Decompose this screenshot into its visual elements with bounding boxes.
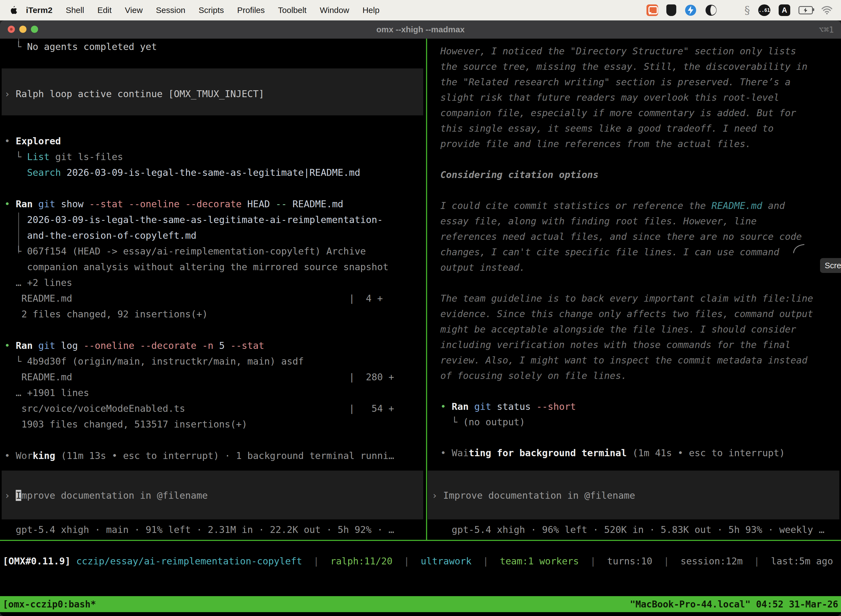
battery-icon[interactable] <box>799 6 813 14</box>
right-model-status: gpt-5.4 xhigh · 96% left · 520K in · 5.8… <box>440 522 825 537</box>
terminal-line: I could cite commit statistics or refere… <box>440 198 785 213</box>
terminal-line: this single essay, it seems like a good … <box>440 121 774 136</box>
terminal-line: companion file, especially if more comme… <box>440 106 796 120</box>
dots-grid-icon[interactable] <box>725 5 736 16</box>
shield-grid-icon[interactable] <box>666 4 676 16</box>
menu-items: iTerm2ShellEditViewSessionScriptsProfile… <box>18 6 386 15</box>
left-input-text: › Improve documentation in @filename <box>4 488 208 503</box>
terminal-line: and-the-erosion-of-copyleft.md <box>4 228 196 243</box>
iterm2-window: omx --xhigh --madmax ⌥⌘1 └ No agents com… <box>0 21 841 616</box>
menu-item-edit[interactable]: Edit <box>91 6 119 15</box>
terminal-line: the "Related research writing" section i… <box>440 75 791 89</box>
terminal-line: The team guideline is to back every impo… <box>440 291 813 306</box>
terminal-line: Considering citation options <box>440 167 598 182</box>
terminal-line: references need actual files, and since … <box>440 229 802 244</box>
pie-icon[interactable] <box>705 4 717 16</box>
terminal-line: • Waiting for background terminal (1m 41… <box>440 446 785 461</box>
terminal-line: 1903 files changed, 513517 insertions(+) <box>4 417 247 432</box>
terminal-line: └ 067f154 (HEAD -> essay/ai-reimplementa… <box>4 244 366 259</box>
cursor-arc <box>793 243 805 253</box>
terminal-line: might be acceptable alongside the file l… <box>440 322 796 337</box>
terminal-line: • Ran git status --short <box>440 399 576 414</box>
terminal-line: output instead. <box>440 260 525 275</box>
terminal-line: … +2 lines <box>4 275 72 290</box>
terminal-line: companion analysis without altering the … <box>4 260 388 274</box>
terminal-line: 2026-03-09-is-legal-the-same-as-legitima… <box>4 212 383 227</box>
omx-status-line: [OMX#0.11.9] cczip/essay/ai-reimplementa… <box>3 554 833 569</box>
squiggle-icon[interactable]: § <box>744 4 750 16</box>
terminal-line: essay file, along with finding root file… <box>440 214 757 229</box>
screen-share-button[interactable]: Scre <box>820 258 841 273</box>
terminal-line: └ (no output) <box>440 415 525 430</box>
menu-status-icons: § ..61 A <box>646 4 841 16</box>
menu-item-shell[interactable]: Shell <box>59 6 91 15</box>
tmux-session-label: [omx-cczip0:bash* <box>3 599 96 610</box>
terminal-line: • Ran git log --oneline --decorate -n 5 … <box>4 338 264 353</box>
menu-item-session[interactable]: Session <box>149 6 192 15</box>
terminal-line: slight risk that future readers may over… <box>440 90 779 105</box>
menu-item-scripts[interactable]: Scripts <box>192 6 231 15</box>
menu-item-toolbelt[interactable]: Toolbelt <box>271 6 313 15</box>
terminal-line: • Explored <box>4 133 61 148</box>
badge-61-icon[interactable]: ..61 <box>758 4 771 16</box>
terminal-line: including verification notes with those … <box>440 337 791 352</box>
pane-bottom-border <box>0 540 841 541</box>
bolt-badge-icon[interactable] <box>684 4 697 16</box>
tmux-host-clock: "MacBook-Pro-44.local" 04:52 31-Mar-26 <box>630 599 838 610</box>
terminal-line: • Ran git show --stat --oneline --decora… <box>4 197 343 211</box>
terminal-line: … +1901 lines <box>4 385 89 400</box>
terminal-line: the source tree, missing the essay. Stil… <box>440 59 807 74</box>
terminal-content: └ No agents completed yet› Ralph loop ac… <box>0 39 841 616</box>
terminal-line: README.md | 280 + <box>4 370 394 384</box>
pane-divider[interactable] <box>426 39 427 540</box>
terminal-line: changes, I can't cite specific file line… <box>440 245 779 260</box>
right-input-text: › Improve documentation in @filename <box>432 488 635 503</box>
input-source-icon[interactable]: A <box>779 4 790 16</box>
window-title: omx --xhigh --madmax <box>0 21 841 39</box>
terminal-line: └ 4b9d30f (origin/main, instructkr/main,… <box>4 354 304 369</box>
menu-item-help[interactable]: Help <box>356 6 386 15</box>
terminal-line: • Working (11m 13s • esc to interrupt) ·… <box>4 448 394 463</box>
terminal-line: └ No agents completed yet <box>4 39 157 54</box>
menu-item-iterm2[interactable]: iTerm2 <box>18 6 59 15</box>
window-title-bar: omx --xhigh --madmax ⌥⌘1 <box>0 21 841 39</box>
left-model-status: gpt-5.4 xhigh · main · 91% left · 2.31M … <box>4 522 394 537</box>
terminal-line: of focusing solely on file lines. <box>440 368 627 383</box>
menu-item-view[interactable]: View <box>119 6 149 15</box>
window-shortcut-badge: ⌥⌘1 <box>819 21 834 39</box>
terminal-line: Search 2026-03-09-is-legal-the-same-as-l… <box>4 165 360 180</box>
chat-icon[interactable] <box>646 4 658 16</box>
terminal-line: › Ralph loop active continue [OMX_TMUX_I… <box>4 87 264 101</box>
terminal-line: README.md | 4 + <box>4 291 383 306</box>
terminal-line: review. Also, I might want to inspect th… <box>440 353 807 368</box>
terminal-line: 2 files changed, 92 insertions(+) <box>4 307 208 321</box>
terminal-line: provide file and line references from th… <box>440 136 751 151</box>
terminal-line: └ List git ls-files <box>4 149 123 164</box>
terminal-line: evidence. Since this change only affects… <box>440 307 813 321</box>
tmux-status-bar: [omx-cczip0:bash* "MacBook-Pro-44.local"… <box>0 596 841 612</box>
menu-item-profiles[interactable]: Profiles <box>230 6 271 15</box>
terminal-line: However, I noticed the "Directory Struct… <box>440 44 796 59</box>
apple-menu-icon[interactable] <box>9 5 18 15</box>
terminal-line: src/voice/voiceModeEnabled.ts | 54 + <box>4 401 394 416</box>
menu-item-window[interactable]: Window <box>313 6 356 15</box>
wifi-icon[interactable] <box>821 6 833 15</box>
macos-menu-bar: iTerm2ShellEditViewSessionScriptsProfile… <box>0 0 841 21</box>
